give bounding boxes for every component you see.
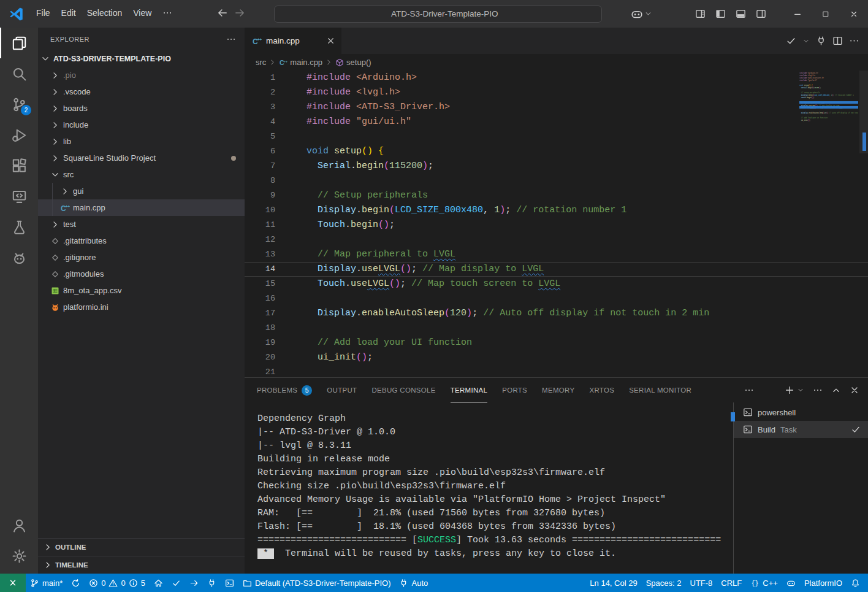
tree-item-gitmodules[interactable]: .gitmodules [38, 266, 245, 282]
panel-tab-problems[interactable]: PROBLEMS5 [257, 378, 312, 402]
close-tab-icon[interactable] [326, 36, 335, 45]
menu-file[interactable]: File [31, 6, 56, 22]
minimap[interactable]: #include <Arduino.h>#include <lvgl.h>#in… [799, 72, 858, 185]
branch-status[interactable]: main* [26, 574, 67, 592]
tree-item-boards[interactable]: boards [38, 100, 245, 117]
copilot-menu[interactable] [631, 8, 652, 20]
more-icon[interactable] [744, 385, 754, 395]
pio-serial-monitor-button[interactable] [203, 574, 221, 592]
copilot-status[interactable] [782, 574, 800, 592]
panel-tab-bar: PROBLEMS5 OUTPUT DEBUG CONSOLE TERMINAL … [245, 378, 868, 402]
more-icon[interactable] [226, 34, 236, 44]
panel-tab-terminal[interactable]: TERMINAL [451, 378, 488, 402]
customize-layout-icon[interactable] [695, 9, 706, 19]
title-bar: FileEditSelectionView ATD-S3-Driver-Temp… [0, 0, 868, 28]
tree-item-8m-ota-app-csv[interactable]: 8m_ota_app.csv [38, 282, 245, 299]
encoding[interactable]: UTF-8 [686, 574, 717, 592]
chevron-down-icon[interactable] [802, 37, 810, 45]
maximize-button[interactable] [812, 0, 840, 28]
terminal-instance-build[interactable]: Build Task [734, 421, 868, 438]
tree-item-vscode[interactable]: .vscode [38, 83, 245, 100]
pio-terminal-button[interactable] [221, 574, 238, 592]
layout-panel-icon[interactable] [736, 9, 746, 19]
close-icon[interactable] [850, 385, 859, 395]
tab-main-cpp[interactable]: C++ main.cpp [245, 28, 341, 54]
activity-settings[interactable] [0, 540, 38, 571]
panel-tab-output[interactable]: OUTPUT [327, 378, 357, 402]
menu-selection[interactable]: Selection [82, 6, 128, 22]
tree-item-gitignore[interactable]: .gitignore [38, 249, 245, 266]
forward-arrow-icon[interactable] [234, 7, 245, 18]
pio-port-selector[interactable]: Auto [395, 574, 432, 592]
panel-tab-memory[interactable]: MEMORY [542, 378, 574, 402]
panel-tab-ports[interactable]: PORTS [502, 378, 527, 402]
remote-indicator[interactable] [0, 574, 26, 592]
activity-source-control[interactable]: 2 [0, 89, 38, 120]
tree-item-squareline-studio-project[interactable]: SquareLine Studio Project [38, 150, 245, 166]
platformio-status[interactable]: PlatformIO [800, 574, 847, 592]
menu-more[interactable] [157, 6, 178, 22]
check-icon[interactable] [786, 36, 796, 46]
chevron-down-icon[interactable] [644, 10, 652, 18]
language-mode[interactable]: {}C++ [746, 574, 782, 592]
tree-item-gitattributes[interactable]: .gitattributes [38, 233, 245, 249]
pio-upload-button[interactable] [185, 574, 203, 592]
sync-status[interactable] [67, 574, 85, 592]
chevron-down-icon[interactable] [797, 386, 804, 394]
close-button[interactable] [840, 0, 868, 28]
more-icon[interactable] [849, 36, 859, 46]
plus-icon[interactable] [785, 385, 794, 395]
split-editor-icon[interactable] [832, 36, 843, 46]
problems-status[interactable]: 005 [85, 574, 150, 592]
activity-remote-explorer[interactable] [0, 181, 38, 212]
back-arrow-icon[interactable] [217, 7, 228, 18]
menu-edit[interactable]: Edit [56, 6, 82, 22]
breadcrumb-src[interactable]: src [256, 58, 266, 67]
layout-sidebar-right-icon[interactable] [756, 9, 766, 19]
pio-env-selector[interactable]: Default (ATD-S3-Driver-Template-PIO) [238, 574, 395, 592]
tree-item-pio[interactable]: .pio [38, 67, 245, 83]
tree-item-platformio-ini[interactable]: platformio.ini [38, 299, 245, 315]
eol-sequence[interactable]: CRLF [717, 574, 746, 592]
activity-run-debug[interactable] [0, 120, 38, 150]
breadcrumb-setup[interactable]: setup() [346, 58, 371, 67]
pio-build-button[interactable] [167, 574, 185, 592]
code-editor[interactable]: 1#include <Arduino.h> 2#include <lvgl.h>… [245, 71, 868, 377]
activity-search[interactable] [0, 58, 38, 89]
more-icon[interactable] [813, 385, 823, 395]
panel-tab-debug-console[interactable]: DEBUG CONSOLE [371, 378, 435, 402]
notifications[interactable] [847, 574, 864, 592]
activity-accounts[interactable] [0, 510, 38, 540]
pio-home-button[interactable] [150, 574, 167, 592]
terminal-output[interactable]: Dependency Graph|-- ATD-S3-Driver @ 1.0.… [245, 402, 733, 574]
editor-area: C++ main.cpp srcC++main.cppsetup() 1#inc… [245, 28, 868, 574]
tree-item-src[interactable]: src [38, 166, 245, 183]
command-center-search[interactable]: ATD-S3-Driver-Template-PIO [274, 6, 602, 23]
panel-tab-serial-monitor[interactable]: SERIAL MONITOR [629, 378, 691, 402]
minimize-button[interactable] [783, 0, 812, 28]
layout-sidebar-icon[interactable] [715, 9, 726, 19]
activity-explorer[interactable] [0, 28, 38, 58]
activity-platformio[interactable] [0, 242, 38, 273]
plug-icon[interactable] [816, 36, 826, 46]
chevron-up-icon[interactable] [831, 385, 841, 395]
terminal-scrollbar[interactable] [733, 402, 734, 574]
tree-item-lib[interactable]: lib [38, 133, 245, 150]
terminal-instance-powershell[interactable]: powershell [734, 404, 868, 421]
panel-tab-xrtos[interactable]: XRTOS [589, 378, 614, 402]
tree-root[interactable]: ATD-S3-DRIVER-TEMPLATE-PIO [38, 50, 245, 67]
cursor-position[interactable]: Ln 14, Col 29 [585, 574, 641, 592]
section-outline[interactable]: OUTLINE [38, 538, 245, 556]
section-timeline[interactable]: TIMELINE [38, 556, 245, 574]
tree-item-test[interactable]: test [38, 216, 245, 233]
indentation[interactable]: Spaces: 2 [642, 574, 686, 592]
tree-item-gui[interactable]: gui [38, 183, 245, 199]
menu-view[interactable]: View [128, 6, 157, 22]
copilot-icon[interactable] [631, 8, 643, 20]
tree-item-main-cpp[interactable]: C++main.cpp [38, 199, 245, 216]
tree-item-include[interactable]: include [38, 117, 245, 133]
code-line-7: 7 Serial.begin(115200); [245, 159, 868, 174]
activity-testing[interactable] [0, 212, 38, 242]
breadcrumb-main-cpp[interactable]: main.cpp [290, 58, 322, 67]
activity-extensions[interactable] [0, 150, 38, 181]
